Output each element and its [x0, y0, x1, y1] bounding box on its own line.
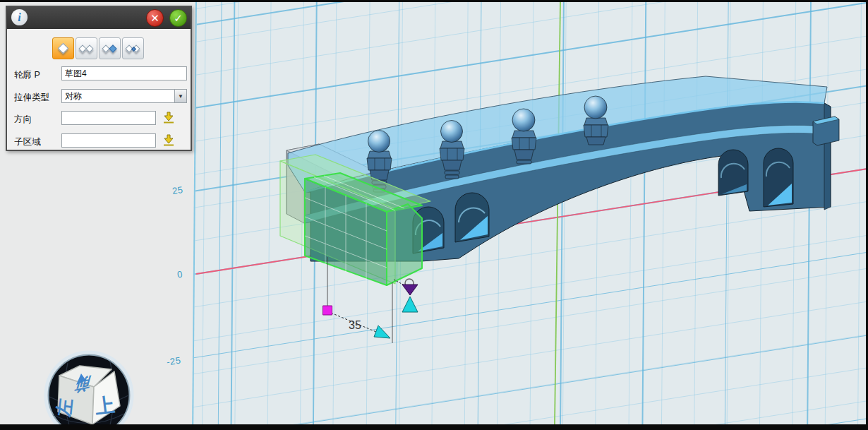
profile-field-label: 轮廓 P — [14, 69, 40, 81]
dimension-start-handle[interactable] — [323, 306, 332, 315]
extrude-add-button[interactable] — [76, 37, 97, 59]
diamond-icon — [58, 43, 69, 54]
profile-input[interactable] — [61, 66, 187, 80]
direction-input[interactable] — [61, 111, 156, 125]
view-cube[interactable]: 前 左 上 — [46, 352, 132, 430]
extrude-intersect-button[interactable] — [122, 37, 144, 59]
extrude-base-button[interactable] — [52, 37, 74, 59]
info-icon[interactable]: i — [11, 9, 28, 25]
bridge-model[interactable]: 35 — [280, 76, 839, 343]
diamond-blue-icon — [109, 44, 116, 52]
diamond-icon — [85, 44, 93, 52]
extrude-type-label: 拉伸类型 — [14, 92, 49, 104]
top-frame-bar — [0, 0, 868, 2]
bolt-4 — [584, 96, 608, 145]
dialog-title-bar: i ✕ ✓ — [7, 7, 191, 29]
cad-application-window: 25 0 -25 — [0, 0, 868, 430]
rail-end-cap[interactable] — [813, 117, 839, 145]
extrude-dialog: i ✕ ✓ 轮廓 P 拉伸类型 对称 — [6, 6, 192, 151]
extrude-type-select[interactable]: 对称 ▼ — [61, 89, 187, 103]
extrude-drag-arrow[interactable] — [402, 297, 418, 312]
confirm-button[interactable]: ✓ — [169, 9, 187, 27]
direction-picker-icon[interactable] — [162, 112, 176, 124]
extrude-remove-button[interactable] — [99, 37, 121, 59]
extrude-type-value: 对称 — [65, 90, 82, 102]
subregion-field-label: 子区域 — [14, 136, 41, 148]
dimension-arrow-handle[interactable] — [374, 326, 390, 338]
direction-field-label: 方向 — [14, 114, 32, 126]
subregion-input[interactable] — [61, 133, 156, 148]
chevron-down-icon[interactable]: ▼ — [174, 90, 186, 102]
extrude-mode-toolbar — [52, 37, 144, 59]
subregion-picker-icon[interactable] — [162, 134, 176, 147]
direction-handle-cone[interactable] — [402, 285, 418, 295]
view-cube-label-left[interactable]: 左 — [53, 398, 76, 419]
dimension-value[interactable]: 35 — [349, 319, 361, 331]
bottom-frame-bar — [0, 424, 868, 430]
view-cube-label-up[interactable]: 上 — [94, 393, 116, 417]
cancel-button[interactable]: ✕ — [146, 9, 164, 27]
